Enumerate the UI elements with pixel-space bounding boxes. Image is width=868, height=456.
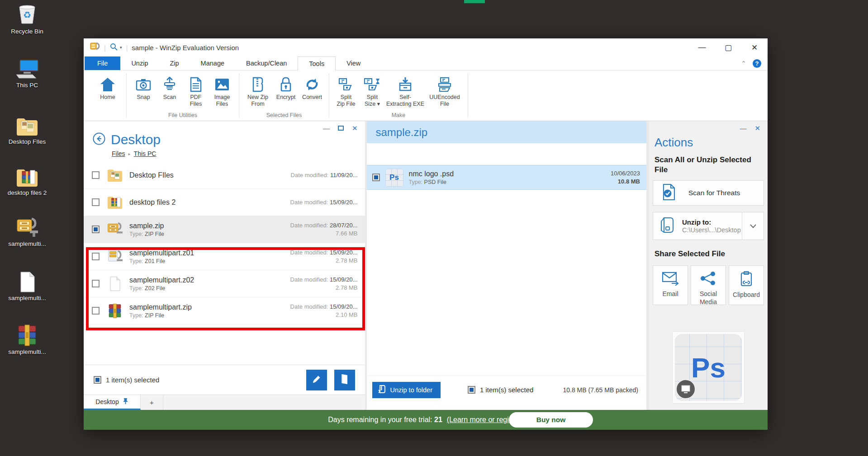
- split-size-button[interactable]: Split Size ▾: [359, 73, 385, 112]
- encrypt-button[interactable]: Encrypt: [273, 73, 299, 112]
- self-extracting-exe-button[interactable]: Self- Extracting EXE: [385, 73, 425, 112]
- row-checkbox[interactable]: [92, 307, 100, 315]
- new-tab-button[interactable]: +: [141, 395, 163, 410]
- unzip-to-folder-button[interactable]: Unzip to folder: [372, 382, 441, 398]
- divider: |: [104, 44, 106, 52]
- tab-backup-clean[interactable]: Backup/Clean: [235, 56, 298, 70]
- archive-file-row-nmc-logo-psd[interactable]: Ps nmc logo .psd Type: PSD File 10/06/20…: [367, 165, 647, 190]
- desktop: ♻ Recycle Bin This PC Desktop FIles desk…: [0, 0, 868, 456]
- share-social-media-button[interactable]: Social Media: [691, 265, 726, 305]
- close-button[interactable]: ✕: [741, 38, 768, 56]
- pane-title: Desktop: [111, 132, 161, 147]
- file-row-samplemultipart-z02[interactable]: samplemultipart.z02 Type: Z02 File Date …: [84, 270, 365, 297]
- row-checkbox[interactable]: [92, 226, 100, 233]
- pane-restore-icon[interactable]: [338, 126, 344, 131]
- pdf-files-button[interactable]: PDF Files: [183, 73, 209, 112]
- archive-header: sample.zip: [367, 121, 647, 143]
- file-name: desktop files 2: [129, 198, 290, 207]
- pane-minimize-icon[interactable]: —: [740, 125, 746, 132]
- tab-tools[interactable]: Tools: [298, 56, 336, 71]
- ribbon-separator: [468, 73, 468, 118]
- this-pc-icon: [14, 59, 40, 80]
- share-clipboard-button[interactable]: Clipboard: [729, 265, 764, 305]
- scan-for-threats-label: Scan for Threats: [688, 189, 740, 197]
- select-all-checkbox[interactable]: [468, 386, 475, 394]
- convert-button[interactable]: Convert: [299, 73, 325, 112]
- unzip-to-dropdown[interactable]: [742, 212, 764, 240]
- tab-desktop[interactable]: Desktop: [84, 395, 141, 410]
- share-email-button[interactable]: Email: [653, 265, 688, 305]
- pane-minimize-icon[interactable]: —: [323, 125, 330, 132]
- trial-text: Days remaining in your free trial: 21: [328, 416, 442, 424]
- unzip-to-path: C:\Users\...\Desktop: [682, 226, 741, 234]
- share-nodes-icon: [700, 271, 716, 287]
- row-checkbox[interactable]: [92, 171, 100, 179]
- pin-icon: [123, 398, 128, 406]
- split-size-icon: [364, 75, 381, 94]
- row-checkbox[interactable]: [92, 198, 100, 206]
- self-extracting-icon: [398, 75, 413, 94]
- split-zip-file-button[interactable]: Split Zip File: [333, 73, 359, 112]
- tab-unzip[interactable]: Unzip: [120, 56, 159, 70]
- image-icon: [214, 75, 230, 94]
- file-name: sample.zip: [129, 222, 290, 230]
- breadcrumb-files[interactable]: Files: [112, 150, 125, 157]
- desktop-icon-recycle-bin[interactable]: ♻ Recycle Bin: [0, 3, 54, 36]
- winzip-window: | ▾ | sample - WinZip Evaluation Version…: [84, 38, 768, 430]
- monitor-overlay-icon[interactable]: [676, 379, 696, 399]
- scan-button[interactable]: Scan: [157, 73, 183, 112]
- desktop-icon-desktop-files-2[interactable]: desktop files 2: [0, 168, 54, 197]
- new-zip-from-button[interactable]: New Zip From: [243, 73, 273, 112]
- select-all-checkbox[interactable]: [94, 376, 101, 384]
- file-row-samplemultipart-z01[interactable]: samplemultipart.z01 Type: Z01 File Date …: [84, 243, 365, 270]
- image-files-button[interactable]: Image Files: [209, 73, 235, 112]
- row-checkbox[interactable]: [92, 253, 100, 260]
- photoshop-preview: Ps: [675, 334, 742, 401]
- desktop-icon-samplemultipart-z01[interactable]: samplemulti...: [0, 217, 54, 248]
- collapse-ribbon-icon[interactable]: ⌃: [741, 60, 746, 67]
- ribbon-toolbar: Home Snap Scan: [84, 71, 768, 121]
- file-date: 10/06/2023: [611, 170, 640, 177]
- snap-button[interactable]: Snap: [130, 73, 157, 112]
- tab-file[interactable]: File: [85, 56, 120, 70]
- folder-photos-icon: [15, 117, 39, 136]
- scan-for-threats-button[interactable]: Scan for Threats: [653, 180, 764, 206]
- tab-view[interactable]: View: [336, 56, 371, 70]
- preview-button[interactable]: [334, 370, 355, 390]
- search-caret-icon[interactable]: ▾: [120, 45, 122, 50]
- ribbon-group-label: File Utilities: [130, 112, 235, 120]
- archive-status-bar: Unzip to folder 1 item(s) selected 10.8 …: [367, 376, 647, 404]
- ribbon-separator: [329, 73, 329, 118]
- file-row-desktop-files[interactable]: Desktop FIles Date modified: 11/09/20...: [84, 162, 365, 189]
- desktop-icon-label: samplemulti...: [8, 295, 46, 302]
- edit-button[interactable]: [306, 370, 327, 390]
- desktop-icon-samplemultipart-zip[interactable]: samplemulti...: [0, 324, 54, 356]
- home-button[interactable]: Home: [93, 73, 123, 112]
- share-buttons: Email Social Media Clipboard: [653, 265, 764, 305]
- desktop-icon-this-pc[interactable]: This PC: [0, 59, 54, 89]
- uuencoded-file-button[interactable]: UUEncoded File: [425, 73, 464, 112]
- preview-thumbnail[interactable]: Ps: [672, 331, 745, 404]
- folder-photos-icon: [106, 168, 124, 183]
- search-icon[interactable]: [110, 43, 118, 52]
- pane-close-icon[interactable]: ✕: [754, 125, 760, 132]
- tab-zip[interactable]: Zip: [159, 56, 190, 70]
- file-row-desktop-files-2[interactable]: desktop files 2 Date modified: 15/09/20.…: [84, 189, 365, 216]
- buy-now-button[interactable]: Buy now: [509, 412, 593, 428]
- desktop-icon-label: samplemulti...: [8, 348, 46, 356]
- unzip-to-button[interactable]: Unzip to: C:\Users\...\Desktop: [653, 212, 764, 240]
- help-icon[interactable]: ?: [753, 59, 761, 68]
- file-row-sample-zip[interactable]: sample.zip Type: ZIP File Date modified:…: [84, 216, 365, 243]
- minimize-button[interactable]: —: [689, 38, 715, 56]
- row-checkbox[interactable]: [372, 174, 380, 181]
- tab-manage[interactable]: Manage: [190, 56, 235, 70]
- desktop-icon-samplemultipart-z02[interactable]: samplemulti...: [0, 271, 54, 302]
- back-button[interactable]: [93, 132, 105, 147]
- pane-close-icon[interactable]: ✕: [352, 125, 358, 132]
- maximize-button[interactable]: ▢: [715, 38, 741, 56]
- camera-icon: [136, 75, 151, 94]
- desktop-icon-desktop-files[interactable]: Desktop FIles: [0, 117, 54, 146]
- row-checkbox[interactable]: [92, 280, 100, 287]
- file-row-samplemultipart-zip[interactable]: samplemultipart.zip Type: ZIP File Date …: [84, 297, 365, 324]
- breadcrumb-this-pc[interactable]: This PC: [134, 150, 157, 157]
